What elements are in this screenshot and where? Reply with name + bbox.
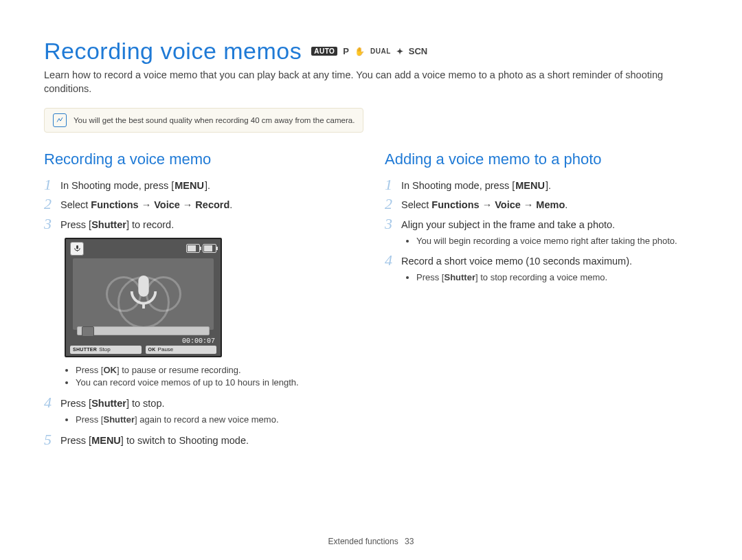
battery-icon — [203, 244, 216, 253]
text: ] to record. — [126, 219, 174, 230]
memory-icon — [186, 244, 200, 253]
mode-scn-icon: SCN — [409, 46, 427, 56]
mode-auto-icon: AUTO — [311, 47, 337, 56]
text: ] to switch to Shooting mode. — [121, 435, 249, 446]
ok-key: OK — [103, 365, 117, 375]
camera-status-bar — [70, 242, 216, 256]
step-text: In Shooting mode, press [MENU]. — [401, 177, 551, 193]
step-number: 2 — [44, 196, 60, 212]
text: In Shooting mode, press [ — [60, 180, 174, 191]
list-item: You can record voice memos of up to 10 h… — [76, 377, 357, 389]
path-voice: Voice — [495, 199, 521, 210]
shutter-key: Shutter — [444, 272, 475, 282]
battery-icons — [186, 244, 216, 253]
path-voice: Voice — [154, 199, 180, 210]
left-step-1: 1 In Shooting mode, press [MENU]. — [44, 177, 357, 193]
text: ]. — [546, 180, 551, 191]
right-bullets-after-step3: You will begin recording a voice memo ri… — [385, 235, 698, 247]
text: Press [ — [60, 219, 91, 230]
text: In Shooting mode, press [ — [401, 180, 515, 191]
text: Select — [401, 199, 431, 210]
text: Press [ — [60, 435, 91, 446]
left-column: Recording a voice memo 1 In Shooting mod… — [44, 150, 357, 451]
menu-key: MENU — [91, 435, 121, 446]
text: ]. — [205, 180, 210, 191]
tip-box: You will get the best sound quality when… — [44, 108, 363, 133]
right-step-4: 4 Record a short voice memo (10 seconds … — [385, 252, 698, 269]
step-text: Record a short voice memo (10 seconds ma… — [401, 252, 632, 269]
left-bullets-after-step4: Press [Shutter] again to record a new vo… — [44, 414, 357, 426]
intro-text: Learn how to record a voice memo that yo… — [44, 69, 698, 96]
mode-dual-icon: DUAL — [370, 47, 391, 55]
arrow-icon: → — [180, 199, 196, 210]
page: Recording voice memos AUTO P ✋ DUAL ✦ SC… — [0, 0, 742, 560]
note-icon — [53, 113, 67, 127]
recording-time: 00:00:07 — [182, 337, 215, 345]
stop-text: Stop — [99, 346, 110, 352]
columns: Recording a voice memo 1 In Shooting mod… — [44, 150, 698, 451]
page-title: Recording voice memos — [44, 38, 302, 65]
camera-pause-button: OK Pause — [146, 346, 217, 354]
mode-p-icon: P — [343, 46, 349, 56]
step-text: Select Functions → Voice → Memo. — [401, 196, 567, 212]
right-step-2: 2 Select Functions → Voice → Memo. — [385, 196, 698, 212]
left-heading: Recording a voice memo — [44, 150, 357, 168]
step-text: Press [Shutter] to record. — [60, 216, 174, 232]
text: ] to stop recording a voice memo. — [475, 272, 607, 282]
left-step-5: 5 Press [MENU] to switch to Shooting mod… — [44, 432, 357, 448]
text: Press [ — [60, 398, 91, 409]
title-row: Recording voice memos AUTO P ✋ DUAL ✦ SC… — [44, 38, 698, 65]
step-number: 4 — [44, 394, 60, 411]
camera-screen-illustration: 00:00:07 SHUTTER Stop OK Pause — [65, 238, 219, 357]
path-memo: Memo — [536, 199, 565, 210]
text: Press [ — [76, 414, 103, 425]
step-text: Press [MENU] to switch to Shooting mode. — [60, 432, 249, 448]
camera-button-row: SHUTTER Stop OK Pause — [70, 346, 216, 354]
right-heading: Adding a voice memo to a photo — [385, 150, 698, 168]
left-step-2: 2 Select Functions → Voice → Record. — [44, 196, 357, 212]
mode-icons: AUTO P ✋ DUAL ✦ SCN — [311, 46, 427, 56]
menu-key: MENU — [174, 179, 205, 193]
page-footer: Extended functions 33 — [0, 537, 742, 546]
footer-section: Extended functions — [328, 537, 398, 546]
camera-main-area — [73, 258, 214, 330]
mode-sparkle-icon: ✦ — [396, 47, 403, 56]
step-number: 3 — [44, 216, 60, 232]
menu-key: MENU — [515, 179, 546, 193]
microphone-large-icon — [128, 274, 159, 314]
shutter-key: Shutter — [91, 219, 126, 230]
shutter-key: Shutter — [91, 398, 126, 409]
arrow-icon: → — [139, 199, 155, 210]
text: ] to pause or resume recording. — [117, 365, 241, 375]
right-bullets-after-step4: Press [Shutter] to stop recording a voic… — [385, 271, 698, 284]
arrow-icon: → — [480, 199, 495, 210]
step-number: 5 — [44, 432, 60, 448]
footer-page-number: 33 — [405, 537, 414, 546]
step-number: 4 — [385, 252, 401, 269]
step-text: Align your subject in the frame and take… — [401, 216, 615, 232]
text: Select — [60, 199, 91, 210]
camera-screen: 00:00:07 SHUTTER Stop OK Pause — [65, 238, 222, 357]
text: ] again to record a new voice memo. — [135, 414, 279, 425]
text: ] to stop. — [126, 398, 165, 409]
text: . — [229, 199, 232, 210]
list-item: Press [Shutter] to stop recording a voic… — [416, 271, 698, 284]
left-bullets-after-step3: Press [OK] to pause or resume recording.… — [44, 364, 357, 389]
text: Press [ — [76, 365, 103, 375]
right-step-3: 3 Align your subject in the frame and ta… — [385, 216, 698, 232]
path-record: Record — [195, 199, 229, 210]
tip-text: You will get the best sound quality when… — [74, 116, 355, 124]
step-number: 1 — [44, 177, 60, 193]
step-text: Press [Shutter] to stop. — [60, 394, 165, 411]
list-item: Press [Shutter] again to record a new vo… — [76, 414, 357, 426]
camera-stop-button: SHUTTER Stop — [70, 346, 142, 354]
list-item: You will begin recording a voice memo ri… — [416, 235, 698, 247]
pause-text: Pause — [158, 346, 174, 352]
microphone-mode-icon — [70, 242, 84, 256]
right-column: Adding a voice memo to a photo 1 In Shoo… — [385, 150, 698, 451]
step-number: 3 — [385, 216, 401, 232]
step-text: Select Functions → Voice → Record. — [60, 196, 232, 212]
path-functions: Functions — [431, 199, 479, 210]
left-step-4: 4 Press [Shutter] to stop. — [44, 394, 357, 411]
step-text: In Shooting mode, press [MENU]. — [60, 177, 210, 193]
